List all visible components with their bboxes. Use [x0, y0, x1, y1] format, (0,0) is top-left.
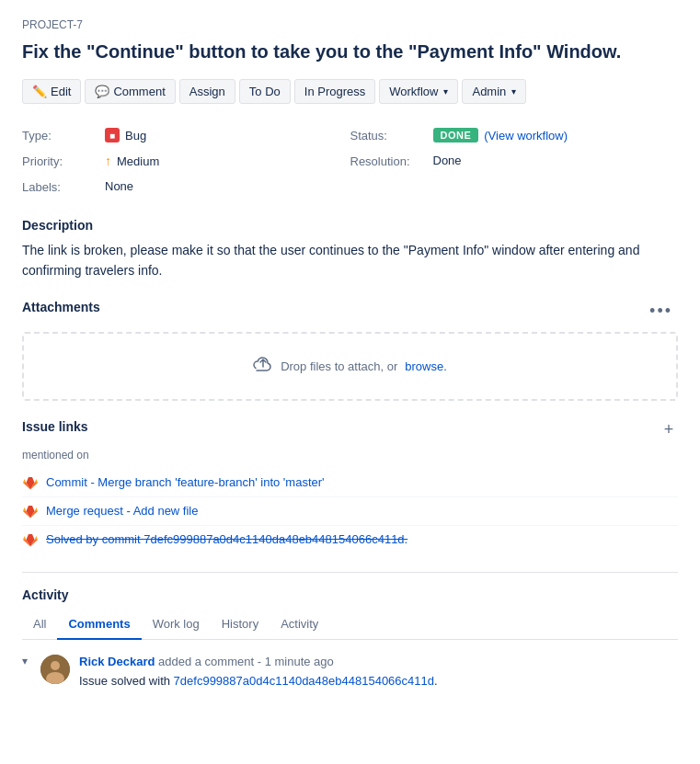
status-field: Status: DONE (View workflow): [350, 122, 679, 148]
link-item: Solved by commit 7defc999887a0d4c1140da4…: [22, 526, 678, 553]
type-label: Type:: [22, 128, 105, 143]
edit-label: Edit: [51, 85, 71, 98]
gitlab-icon: [22, 474, 39, 491]
tab-history[interactable]: History: [211, 610, 270, 640]
tab-activity[interactable]: Activity: [270, 610, 329, 640]
issue-links-section: Issue links + mentioned on Commit - Merg…: [22, 419, 678, 553]
inprogress-label: In Progress: [304, 85, 365, 98]
assign-label: Assign: [189, 85, 225, 98]
resolution-field: Resolution: Done: [350, 148, 679, 174]
toolbar: ✏️ Edit 💬 Comment Assign To Do In Progre…: [22, 79, 678, 104]
mentioned-on-label: mentioned on: [22, 449, 678, 462]
browse-link[interactable]: browse.: [405, 359, 447, 373]
commit-link[interactable]: 7defc999887a0d4c1140da48eb448154066c411d: [174, 674, 434, 688]
comment-body: Issue solved with 7defc999887a0d4c1140da…: [79, 672, 438, 690]
workflow-label: Workflow: [389, 85, 438, 98]
labels-label: Labels:: [22, 179, 105, 194]
fields-grid: Type: ■ Bug Priority: ↑ Medium Labels: N…: [22, 122, 678, 200]
comment-item: ▾ Rick Deckard added a comment - 1 minut…: [22, 655, 678, 690]
priority-icon: ↑: [105, 154, 111, 168]
comment-button[interactable]: 💬 Comment: [85, 79, 175, 104]
edit-icon: ✏️: [32, 85, 47, 98]
attachments-title: Attachments: [22, 300, 100, 314]
tab-comments[interactable]: Comments: [57, 610, 141, 640]
comment-content: Rick Deckard added a comment - 1 minute …: [79, 655, 438, 690]
description-text: The link is broken, please make it so th…: [22, 240, 678, 281]
admin-button[interactable]: Admin ▾: [462, 79, 526, 104]
priority-value: ↑ Medium: [105, 154, 159, 168]
upload-icon: [253, 356, 273, 377]
comment-timestamp: added a comment - 1 minute ago: [158, 655, 334, 668]
view-workflow-link[interactable]: (View workflow): [484, 129, 568, 143]
bug-icon: ■: [105, 128, 120, 143]
add-link-button[interactable]: +: [660, 421, 678, 439]
admin-label: Admin: [472, 85, 506, 98]
attachments-header: Attachments •••: [22, 300, 678, 323]
chevron-down-icon: ▾: [443, 86, 448, 97]
gitlab-icon: [22, 503, 39, 519]
resolution-label: Resolution:: [350, 154, 433, 168]
type-field: Type: ■ Bug: [22, 122, 350, 148]
description-title: Description: [22, 218, 678, 233]
comment-label: Comment: [113, 85, 165, 98]
priority-field: Priority: ↑ Medium: [22, 148, 350, 174]
svg-point-1: [51, 661, 60, 670]
link-2-text[interactable]: Merge request - Add new file: [46, 504, 198, 518]
collapse-button[interactable]: ▾: [22, 655, 28, 690]
resolution-value: Done: [433, 154, 462, 167]
attachments-section: Attachments ••• Drop files to attach, or…: [22, 300, 678, 401]
description-section: Description The link is broken, please m…: [22, 218, 678, 281]
type-value: ■ Bug: [105, 128, 146, 143]
edit-button[interactable]: ✏️ Edit: [22, 79, 81, 104]
more-options-button[interactable]: •••: [644, 300, 678, 323]
status-badge: DONE: [433, 128, 479, 143]
divider: [22, 572, 678, 573]
project-id: PROJECT-7: [22, 18, 678, 31]
comment-author[interactable]: Rick Deckard: [79, 655, 155, 668]
priority-label: Priority:: [22, 154, 105, 168]
status-label: Status:: [350, 128, 433, 143]
assign-button[interactable]: Assign: [179, 79, 235, 104]
comment-meta: Rick Deckard added a comment - 1 minute …: [79, 655, 438, 668]
tab-worklog[interactable]: Work log: [142, 610, 211, 640]
link-item: Merge request - Add new file: [22, 497, 678, 526]
issue-links-title: Issue links: [22, 419, 88, 434]
inprogress-button[interactable]: In Progress: [294, 79, 375, 104]
attachment-drop-zone[interactable]: Drop files to attach, or browse.: [22, 332, 678, 401]
chevron-down-icon: ▾: [511, 86, 516, 97]
labels-value: None: [105, 179, 133, 193]
workflow-button[interactable]: Workflow ▾: [379, 79, 458, 104]
issue-links-header: Issue links +: [22, 419, 678, 441]
link-1-text[interactable]: Commit - Merge branch 'feature-branch' i…: [46, 475, 325, 489]
link-item: Commit - Merge branch 'feature-branch' i…: [22, 469, 678, 497]
todo-label: To Do: [249, 85, 281, 98]
tab-all[interactable]: All: [22, 610, 57, 640]
status-value: DONE (View workflow): [433, 128, 568, 143]
avatar: [40, 655, 70, 684]
activity-tabs: All Comments Work log History Activity: [22, 610, 678, 640]
activity-title: Activity: [22, 587, 678, 602]
issue-title: Fix the "Continue" button to take you to…: [22, 39, 678, 64]
gitlab-icon: [22, 531, 39, 548]
activity-section: Activity All Comments Work log History A…: [22, 587, 678, 690]
todo-button[interactable]: To Do: [239, 79, 291, 104]
labels-field: Labels: None: [22, 174, 350, 200]
link-3-text[interactable]: Solved by commit 7defc999887a0d4c1140da4…: [46, 532, 407, 546]
drop-text: Drop files to attach, or: [281, 359, 397, 373]
comment-icon: 💬: [95, 85, 109, 98]
